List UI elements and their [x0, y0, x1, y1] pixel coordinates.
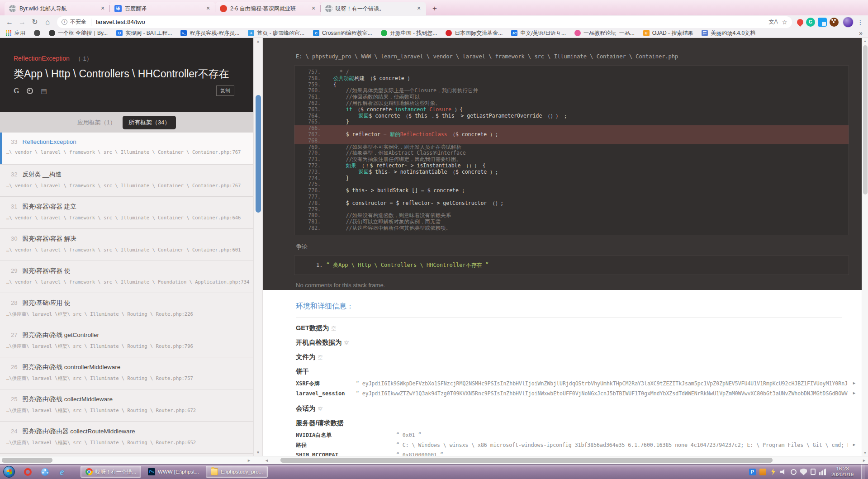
browser-menu-icon[interactable]: ⋮	[856, 19, 864, 26]
taskbar-window-chrome[interactable]: 哎呀！有一个错...	[81, 466, 141, 478]
stack-frame[interactable]: 28照亮\基础\应用 使…\供应商\ laravel \框架\ src \ Il…	[0, 293, 253, 325]
taskbar-window-folder[interactable]: E:\phpstudy_pro...	[206, 466, 268, 478]
bookmark-item[interactable]: 日本国际交流基金...	[446, 29, 503, 37]
clipboard-tray-icon[interactable]	[811, 469, 816, 475]
stack-frame[interactable]: 26照亮\路由\路线 controllerMiddleware…\供应商\ la…	[0, 357, 253, 389]
hscroll-left-icon-right-panel[interactable]: ◄	[265, 458, 269, 463]
start-button[interactable]	[3, 466, 15, 478]
vscrollbar-thumb[interactable]	[863, 45, 868, 194]
grammarly-extension-icon[interactable]: G	[806, 18, 815, 27]
bookmark-item[interactable]: 一品教程论坛_一品...	[574, 29, 635, 37]
tab-all-frames[interactable]: 所有框架（34）	[123, 116, 176, 129]
bookmark-item[interactable]	[34, 30, 40, 36]
taskbar-window-ps[interactable]: PsWWW [E:\phpst...	[143, 466, 204, 478]
bookmark-item[interactable]: 开源中国 - 找到您...	[381, 29, 437, 37]
bookmark-item[interactable]: >_程序员客栈-程序员...	[180, 29, 239, 37]
details-section-label: 文件为	[296, 353, 316, 360]
exception-message: 类App \ Http \ Controllers \ HHController…	[14, 67, 240, 81]
google-search-icon[interactable]: G	[14, 87, 19, 95]
bookmark-star-icon[interactable]: ☆	[782, 19, 787, 26]
stack-frame[interactable]: 31照亮\容器\容器 建立…\ vendor \ laravel \ frame…	[0, 197, 253, 229]
opera-taskbar-icon[interactable]	[19, 466, 36, 478]
url-text[interactable]: laravel.test:84/two	[96, 19, 764, 25]
vscroll-up-icon[interactable]: ▲	[862, 39, 868, 43]
code-line-text: 公共功能构建 （$ concrete ）	[333, 76, 413, 82]
empty-badge: 空	[331, 326, 336, 331]
shield-tray-icon[interactable]	[800, 469, 807, 475]
duckduckgo-search-icon[interactable]	[27, 88, 33, 94]
stack-frame[interactable]: 33ReflectionException…\ vendor \ laravel…	[0, 133, 253, 165]
new-tab-button[interactable]: +	[429, 3, 441, 14]
code-line: 766.	[294, 125, 849, 132]
browser-tab[interactable]: 译百度翻译×	[110, 2, 215, 15]
back-button[interactable]: ←	[4, 16, 15, 28]
network-tray-icon[interactable]	[819, 469, 826, 475]
bookmark-item[interactable]: 一个框 全能搜｜By...	[49, 29, 108, 37]
scroll-up-icon[interactable]: ▲	[254, 39, 262, 43]
ps-icon: Ps	[148, 468, 155, 475]
forward-button[interactable]: →	[16, 16, 28, 28]
browser-tab[interactable]: Byr.wiki·北邮人导航×	[5, 2, 110, 15]
code-line-number: 782.	[294, 225, 321, 232]
bookmark-favicon-icon: ✈	[248, 30, 254, 36]
reload-button[interactable]: ↻	[29, 16, 41, 28]
horizontal-scrollbar[interactable]: ◄ ► ◄ ►	[0, 456, 868, 464]
stackoverflow-search-icon[interactable]: ▤	[41, 87, 47, 95]
taskbar-window-label: WWW [E:\phpst...	[158, 469, 199, 474]
home-button[interactable]: ⌂	[42, 16, 53, 28]
bookmark-item[interactable]: U实现网 - BAT工程...	[116, 29, 172, 37]
bookmark-favicon-icon: U	[643, 30, 650, 36]
code-line: 770. //抽象类型，例如Abstract Class的Interface	[294, 150, 849, 157]
stack-frame[interactable]: 25照亮\路由\路线 collectMiddleware…\供应商\ larav…	[0, 389, 253, 422]
tab-close-icon[interactable]: ×	[204, 5, 212, 12]
paw-extension-icon[interactable]	[830, 18, 839, 27]
taskbar-clock[interactable]: 16:23 2020/1/19	[830, 466, 858, 478]
stack-frame[interactable]: 24照亮\路由\路由器 collectRouteMiddleware…\供应商\…	[0, 422, 253, 454]
stack-frame-path: …\供应商\ laravel \框架\ src \ Illuminate \ R…	[0, 375, 253, 382]
address-bar[interactable]: i 不安全 laravel.test:84/two 文A ☆	[57, 16, 792, 28]
pages-extension-icon[interactable]	[818, 18, 827, 27]
code-line: 765. }	[294, 119, 849, 125]
tab-close-icon[interactable]: ×	[99, 5, 106, 12]
bookmark-item[interactable]: JC中文/英语/日语互...	[511, 29, 566, 37]
browser-tab[interactable]: 2-6 自由编程-慕课网就业班×	[215, 2, 321, 15]
apps-shortcut[interactable]: 应用	[5, 29, 25, 37]
bookmarks-overflow-chevron[interactable]: »	[859, 29, 863, 37]
hscroll-right-icon-left-panel[interactable]: ►	[247, 458, 251, 463]
molecule-taskbar-icon[interactable]	[36, 466, 53, 478]
tab-application-frames[interactable]: 应用框架（1）	[77, 119, 116, 127]
profile-avatar[interactable]	[843, 17, 854, 28]
stack-frame[interactable]: 29照亮\容器\容器 使…\ vendor \ laravel \ framew…	[0, 261, 253, 293]
browser-tab-active[interactable]: 哎呀！有一个错误。×	[321, 2, 426, 15]
orange-tray-icon[interactable]	[759, 469, 766, 475]
bookmark-item[interactable]: UOJAD - 搜索结果	[643, 29, 693, 37]
left-panel-scrollbar[interactable]: ▲ ▼	[253, 38, 263, 456]
hscroll-right-icon[interactable]: ►	[862, 458, 866, 463]
tab-close-icon[interactable]: ×	[415, 5, 422, 12]
p-blue-tray-icon[interactable]: P	[749, 469, 756, 475]
stack-frame[interactable]: 32反射类 __构造…\ vendor \ laravel \ framewor…	[0, 165, 253, 197]
page-vertical-scrollbar[interactable]: ▲ ▼	[862, 38, 868, 456]
scroll-down-icon[interactable]: ▼	[254, 451, 262, 455]
taskbar-window-label: E:\phpstudy_pro...	[221, 469, 263, 474]
site-info-icon[interactable]: i	[62, 19, 67, 25]
copy-button[interactable]: 复制	[216, 85, 234, 96]
bookmark-item[interactable]: ✈首页 - 廖雪峰的官...	[248, 29, 304, 37]
pin-extension-icon[interactable]	[796, 18, 805, 27]
flash-tray-icon[interactable]	[770, 469, 777, 475]
right-hscrollbar-thumb[interactable]	[280, 458, 773, 463]
vscroll-down-icon[interactable]: ▼	[862, 451, 868, 455]
show-desktop-button[interactable]	[861, 465, 865, 479]
circle-tray-icon[interactable]	[791, 469, 797, 475]
bookmark-item[interactable]: 美丽的汤4.4.0文档	[702, 29, 755, 37]
tab-close-icon[interactable]: ×	[310, 5, 317, 12]
stack-frame[interactable]: 30照亮\容器\容器 解决…\ vendor \ laravel \ frame…	[0, 229, 253, 261]
left-scrollbar-thumb[interactable]	[256, 95, 261, 213]
left-hscrollbar-thumb[interactable]	[2, 458, 52, 463]
code-line-number: 763.	[294, 107, 321, 113]
edge-taskbar-icon[interactable]: e	[53, 466, 71, 478]
stack-frame[interactable]: 27照亮\路由\路线 getController…\供应商\ laravel \…	[0, 325, 253, 357]
bookmark-item[interactable]: CCrossin的编程教室...	[313, 29, 372, 37]
speaker-tray-icon[interactable]	[780, 469, 787, 475]
translate-icon[interactable]: 文A	[767, 18, 779, 26]
